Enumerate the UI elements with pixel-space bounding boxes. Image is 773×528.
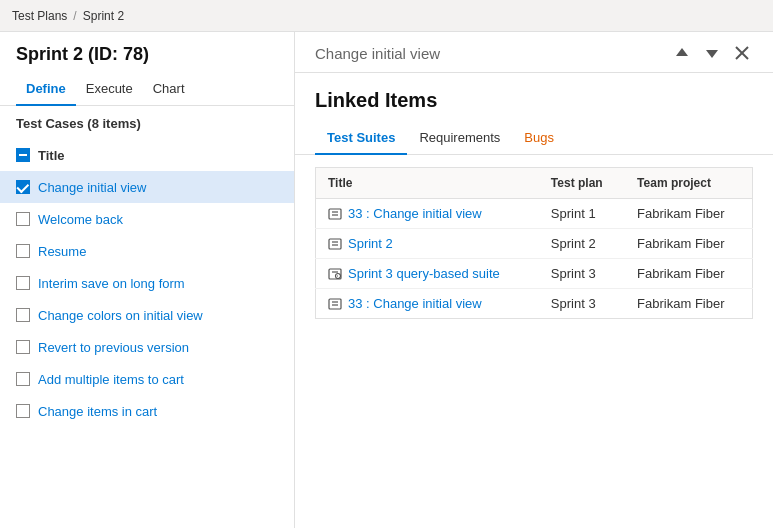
row-0-team-project: Fabrikam Fiber — [625, 199, 752, 229]
linked-tab-requirements[interactable]: Requirements — [407, 122, 512, 155]
checkbox-7[interactable] — [16, 404, 30, 418]
table-cell-title: Sprint 2 — [316, 229, 539, 259]
item-label-4: Change colors on initial view — [38, 308, 203, 323]
svg-rect-5 — [329, 239, 341, 249]
item-label-6: Add multiple items to cart — [38, 372, 184, 387]
list-item-4[interactable]: Change colors on initial view — [0, 299, 294, 331]
table-row: 33 : Change initial view Sprint 1 Fabrik… — [316, 199, 753, 229]
navigate-up-button[interactable] — [671, 42, 693, 64]
breadcrumb-part1[interactable]: Test Plans — [12, 9, 67, 23]
item-label-0: Change initial view — [38, 180, 146, 195]
checkbox-title[interactable] — [16, 148, 30, 162]
item-label-1: Welcome back — [38, 212, 123, 227]
left-panel: Sprint 2 (ID: 78) Define Execute Chart T… — [0, 32, 295, 528]
row-3-test-plan: Sprint 3 — [539, 289, 625, 319]
breadcrumb-separator: / — [73, 9, 76, 23]
up-arrow-icon — [675, 46, 689, 60]
checkbox-3[interactable] — [16, 276, 30, 290]
checkbox-1[interactable] — [16, 212, 30, 226]
row-3-team-project: Fabrikam Fiber — [625, 289, 752, 319]
list-item-0[interactable]: Change initial view — [0, 171, 294, 203]
table-row: Sprint 2 Sprint 2 Fabrikam Fiber — [316, 229, 753, 259]
list-item-7[interactable]: Change items in cart — [0, 395, 294, 427]
tabs-bar: Define Execute Chart — [0, 73, 294, 106]
linked-items-title: Linked Items — [295, 73, 773, 122]
right-panel: Change initial view — [295, 32, 773, 528]
tab-chart[interactable]: Chart — [143, 73, 195, 106]
right-panel-header: Change initial view — [295, 32, 773, 73]
list-item-title[interactable]: Title — [0, 139, 294, 171]
down-arrow-icon — [705, 46, 719, 60]
linked-table-container: Title Test plan Team project — [295, 155, 773, 528]
svg-rect-12 — [329, 299, 341, 309]
panel-title: Change initial view — [315, 45, 440, 62]
col-header-team-project: Team project — [625, 168, 752, 199]
row-1-team-project: Fabrikam Fiber — [625, 229, 752, 259]
suite-icon — [328, 207, 342, 221]
linked-tab-bugs[interactable]: Bugs — [512, 122, 566, 155]
checkbox-0[interactable] — [16, 180, 30, 194]
row-0-test-plan: Sprint 1 — [539, 199, 625, 229]
row-0-title[interactable]: 33 : Change initial view — [348, 206, 482, 221]
col-header-test-plan: Test plan — [539, 168, 625, 199]
list-item-1[interactable]: Welcome back — [0, 203, 294, 235]
linked-table: Title Test plan Team project — [315, 167, 753, 319]
navigate-down-button[interactable] — [701, 42, 723, 64]
row-1-test-plan: Sprint 2 — [539, 229, 625, 259]
checkbox-6[interactable] — [16, 372, 30, 386]
linked-tabs: Test Suites Requirements Bugs — [295, 122, 773, 155]
row-2-test-plan: Sprint 3 — [539, 259, 625, 289]
item-label-7: Change items in cart — [38, 404, 157, 419]
sprint-title: Sprint 2 (ID: 78) — [0, 32, 294, 73]
checkbox-4[interactable] — [16, 308, 30, 322]
close-button[interactable] — [731, 42, 753, 64]
suite-icon — [328, 237, 342, 251]
list-item-3[interactable]: Interim save on long form — [0, 267, 294, 299]
breadcrumb-part2[interactable]: Sprint 2 — [83, 9, 124, 23]
table-cell-title: 33 : Change initial view — [316, 199, 539, 229]
row-2-team-project: Fabrikam Fiber — [625, 259, 752, 289]
test-cases-header: Test Cases (8 items) — [0, 106, 294, 139]
col-header-title: Title — [316, 168, 539, 199]
header-actions — [671, 42, 753, 64]
suite-icon — [328, 297, 342, 311]
item-label-title: Title — [38, 148, 65, 163]
table-cell-title: 33 : Change initial view — [316, 289, 539, 319]
row-1-title[interactable]: Sprint 2 — [348, 236, 393, 251]
item-label-3: Interim save on long form — [38, 276, 185, 291]
item-label-5: Revert to previous version — [38, 340, 189, 355]
row-3-title[interactable]: 33 : Change initial view — [348, 296, 482, 311]
list-item-6[interactable]: Add multiple items to cart — [0, 363, 294, 395]
item-label-2: Resume — [38, 244, 86, 259]
breadcrumb: Test Plans / Sprint 2 — [0, 0, 773, 32]
query-suite-icon — [328, 267, 342, 281]
checkbox-5[interactable] — [16, 340, 30, 354]
svg-rect-2 — [329, 209, 341, 219]
test-cases-list: Title Change initial view Welcome back R… — [0, 139, 294, 528]
tab-define[interactable]: Define — [16, 73, 76, 106]
table-cell-title: Sprint 3 query-based suite — [316, 259, 539, 289]
close-icon — [735, 46, 749, 60]
list-item-5[interactable]: Revert to previous version — [0, 331, 294, 363]
table-row: 33 : Change initial view Sprint 3 Fabrik… — [316, 289, 753, 319]
list-item-2[interactable]: Resume — [0, 235, 294, 267]
row-2-title[interactable]: Sprint 3 query-based suite — [348, 266, 500, 281]
table-row: Sprint 3 query-based suite Sprint 3 Fabr… — [316, 259, 753, 289]
checkbox-2[interactable] — [16, 244, 30, 258]
linked-tab-test-suites[interactable]: Test Suites — [315, 122, 407, 155]
tab-execute[interactable]: Execute — [76, 73, 143, 106]
